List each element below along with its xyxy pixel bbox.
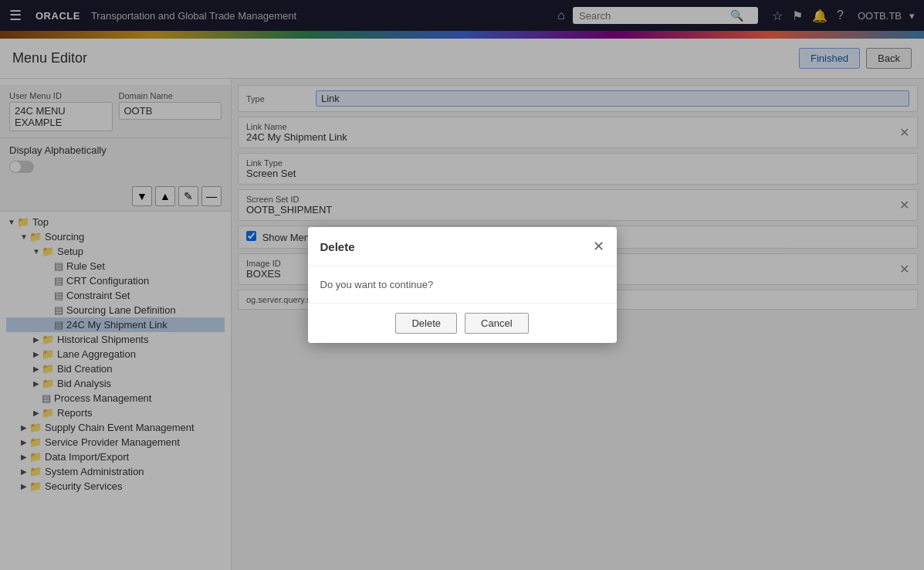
modal-header: Delete ✕	[308, 227, 617, 266]
modal-overlay: Delete ✕ Do you want to continue? Delete…	[0, 0, 924, 570]
modal-body: Do you want to continue?	[308, 266, 617, 303]
modal-message: Do you want to continue?	[320, 279, 434, 290]
modal-delete-button[interactable]: Delete	[395, 313, 457, 334]
modal-close-button[interactable]: ✕	[593, 238, 604, 255]
modal-title: Delete	[320, 240, 355, 253]
modal-footer: Delete Cancel	[308, 303, 617, 343]
delete-modal: Delete ✕ Do you want to continue? Delete…	[308, 227, 617, 343]
modal-cancel-button[interactable]: Cancel	[465, 313, 528, 334]
